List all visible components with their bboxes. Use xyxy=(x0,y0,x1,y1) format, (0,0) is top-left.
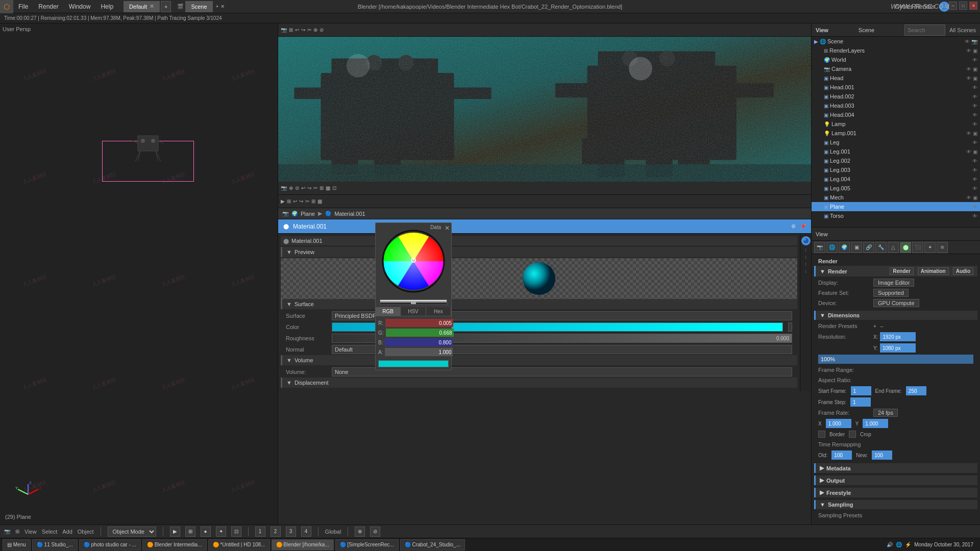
outliner-item-leg004[interactable]: ▣ Leg.004 👁 xyxy=(812,174,980,184)
head001-eye-icon[interactable]: 👁 xyxy=(972,85,977,90)
scene-eye-icon[interactable]: 👁 xyxy=(965,39,970,44)
viewport-btn7[interactable]: 2 xyxy=(271,527,281,537)
viewport-btn9[interactable]: 4 xyxy=(301,527,311,537)
leg-eye-icon[interactable]: 👁 xyxy=(972,140,977,145)
render-btn[interactable]: Render xyxy=(890,267,913,275)
taskbar-item-crabot[interactable]: 🔵 Crabot_24_Studio_... xyxy=(400,539,465,550)
mech-restrict-icon[interactable]: ▣ xyxy=(973,195,977,201)
res-pct-bar[interactable]: 100% xyxy=(818,355,973,364)
brightness-handle[interactable] xyxy=(411,301,416,304)
aspect-y-val[interactable]: 1.000 xyxy=(863,419,888,428)
props-dimensions-header[interactable]: ▼ Dimensions xyxy=(814,311,977,320)
leg005-eye-icon[interactable]: 👁 xyxy=(972,186,977,191)
outliner-item-head[interactable]: ▣ Head 👁 ▣ xyxy=(812,73,980,83)
viewport-btn8[interactable]: 3 xyxy=(286,527,296,537)
leg003-eye-icon[interactable]: 👁 xyxy=(972,167,977,173)
side-icon4[interactable]: ↕ xyxy=(804,268,807,274)
side-sphere-icon[interactable] xyxy=(801,236,811,245)
leg001-eye-icon[interactable]: 👁 xyxy=(966,149,971,155)
r-input[interactable] xyxy=(385,319,453,327)
material-pin-icon[interactable]: 📌 xyxy=(800,223,806,229)
outliner-item-camera[interactable]: 📷 Camera 👁 ▣ xyxy=(812,64,980,73)
sampling-header[interactable]: ▼ Sampling xyxy=(814,500,977,509)
workspace-add[interactable]: + xyxy=(161,1,171,12)
viewport-btn5[interactable]: ⊡ xyxy=(231,527,241,537)
maximize-btn[interactable]: □ xyxy=(959,2,967,10)
camera-eye-icon[interactable]: 👁 xyxy=(966,66,971,72)
scene-tab[interactable]: Scene xyxy=(185,1,212,12)
crop-checkbox[interactable] xyxy=(849,431,856,438)
props-icon-render[interactable]: 📷 xyxy=(814,242,825,253)
head003-eye-icon[interactable]: 👁 xyxy=(972,103,977,109)
presets-add-icon[interactable]: + xyxy=(873,323,876,329)
surface-section-header[interactable]: ▼ Surface xyxy=(281,299,797,309)
head002-eye-icon[interactable]: 👁 xyxy=(972,94,977,99)
breadcrumb-plane[interactable]: Plane xyxy=(301,211,315,217)
outliner-item-head003[interactable]: ▣ Head.003 👁 xyxy=(812,101,980,110)
old-value[interactable]: 100 xyxy=(831,450,852,460)
preview-section-header[interactable]: ▼ Preview xyxy=(281,247,797,257)
outliner-item-lamp[interactable]: 💡 Lamp 👁 xyxy=(812,119,980,129)
taskbar-item-blender-inter[interactable]: 🟠 Blender Intermedia... xyxy=(142,539,207,550)
props-icon-physics[interactable]: ≋ xyxy=(937,242,948,253)
taskbar-item-photo[interactable]: 🔵 photo studio car - ... xyxy=(79,539,141,550)
outliner-item-head004[interactable]: ▣ Head.004 👁 xyxy=(812,110,980,119)
renderlayers-cam-icon[interactable]: ▣ xyxy=(973,48,977,54)
leg001-restrict-icon[interactable]: ▣ xyxy=(973,149,977,155)
head-eye-icon[interactable]: 👁 xyxy=(966,76,971,81)
new-value[interactable]: 100 xyxy=(872,450,892,460)
lamp001-eye-icon[interactable]: 👁 xyxy=(966,131,971,136)
props-icon-object[interactable]: ▣ xyxy=(851,242,862,253)
mode-dropdown[interactable]: Object Mode Edit Mode Sculpt Mode xyxy=(108,527,156,537)
a-input[interactable] xyxy=(385,348,453,356)
material-name-bar[interactable]: ⬤ Material.001 ⚙ 📌 xyxy=(278,219,811,234)
color-tab-rgb[interactable]: RGB xyxy=(376,307,401,316)
breadcrumb-material[interactable]: Material.001 xyxy=(334,211,365,217)
display-value[interactable]: Image Editor xyxy=(873,279,973,287)
props-render-header[interactable]: ▼ Render Render Animation Audio xyxy=(814,266,977,277)
leg002-eye-icon[interactable]: 👁 xyxy=(972,158,977,164)
props-icon-texture[interactable]: ⬛ xyxy=(912,242,923,253)
props-icon-world[interactable]: 🌍 xyxy=(839,242,850,253)
feature-value[interactable]: Supported xyxy=(873,289,973,297)
outliner-item-scene[interactable]: ▶ 🌐 Scene 👁 📷 xyxy=(812,37,980,46)
outliner-item-head002[interactable]: ▣ Head.002 👁 xyxy=(812,92,980,101)
add-menu[interactable]: Add xyxy=(62,529,72,535)
res-x-value[interactable]: 1920 px xyxy=(880,332,916,341)
head-restrict-icon[interactable]: ▣ xyxy=(973,76,977,81)
material-selector-name[interactable]: Material.001 xyxy=(291,238,323,244)
outliner-item-leg002[interactable]: ▣ Leg.002 👁 xyxy=(812,156,980,165)
viewport-btn1[interactable]: ▶ xyxy=(170,527,180,537)
props-icon-constraint[interactable]: 🔗 xyxy=(863,242,874,253)
displacement-section-header[interactable]: ▼ Displacement xyxy=(281,378,797,388)
minimize-btn[interactable]: ─ xyxy=(949,2,957,10)
camera-restrict-icon[interactable]: ▣ xyxy=(973,66,977,72)
output-header[interactable]: ▶ Output xyxy=(814,475,977,485)
presets-remove-icon[interactable]: – xyxy=(880,323,884,329)
viewport-btn2[interactable]: ⊞ xyxy=(185,527,195,537)
outliner-item-leg001[interactable]: ▣ Leg.001 👁 ▣ xyxy=(812,147,980,156)
global-btn[interactable]: Global xyxy=(325,529,341,535)
lamp-eye-icon[interactable]: 👁 xyxy=(972,121,977,127)
leg004-eye-icon[interactable]: 👁 xyxy=(972,177,977,182)
mech-eye-icon[interactable]: 👁 xyxy=(966,195,971,201)
taskbar-item-11studio[interactable]: 🔵 11 Studio_... xyxy=(32,539,78,550)
left-viewport[interactable]: User Persp 人人素材区 人人素材区 人人素材区 人人素材区 人人素材区… xyxy=(0,23,278,538)
freestyle-header[interactable]: ▶ Freestyle xyxy=(814,488,977,497)
menu-help[interactable]: Help xyxy=(95,0,118,13)
b-input[interactable] xyxy=(385,338,453,346)
frame-step-value[interactable]: 1 xyxy=(850,397,871,407)
color-tab-hsv[interactable]: HSV xyxy=(401,307,426,316)
color-wheel[interactable] xyxy=(380,228,447,294)
props-icon-data[interactable]: △ xyxy=(888,242,899,253)
outliner-search[interactable] xyxy=(904,24,945,36)
workspace-default[interactable]: Default ✕ xyxy=(124,1,160,12)
end-frame-value[interactable]: 250 xyxy=(906,386,926,395)
taskbar-item-untitled[interactable]: 🟠 *Untitled | HD 108... xyxy=(208,539,270,550)
outliner-item-lamp001[interactable]: 💡 Lamp.001 👁 ▣ xyxy=(812,129,980,138)
color-reset-btn[interactable] xyxy=(788,322,792,332)
outliner-item-leg005[interactable]: ▣ Leg.005 👁 xyxy=(812,184,980,193)
side-icon3[interactable]: ↕ xyxy=(804,261,807,267)
props-icon-modifier[interactable]: 🔧 xyxy=(875,242,887,253)
metadata-header[interactable]: ▶ Metadata xyxy=(814,463,977,473)
